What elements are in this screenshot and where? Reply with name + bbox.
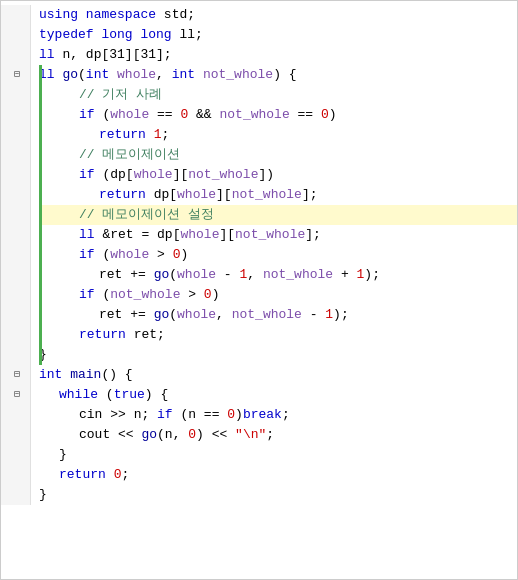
line-number xyxy=(5,305,26,325)
diff-green-indicator xyxy=(39,305,42,325)
line-number xyxy=(5,85,26,105)
token-param: whole xyxy=(180,225,219,245)
token-var: std; xyxy=(164,5,195,25)
token-op xyxy=(146,185,154,205)
token-op: , xyxy=(173,425,189,445)
token-kw: typedef xyxy=(39,25,94,45)
line-number: ⊟ xyxy=(5,65,26,85)
indent-space xyxy=(39,105,79,125)
token-num: 0 xyxy=(204,285,212,305)
token-var: ][ xyxy=(219,225,235,245)
code-line: return dp[whole][not_whole]; xyxy=(39,185,517,205)
code-line: cin >> n; if (n == 0)break; xyxy=(39,405,517,425)
token-op: ( xyxy=(169,305,177,325)
code-line: if (dp[whole][not_whole]) xyxy=(39,165,517,185)
token-fn: go xyxy=(141,425,157,445)
token-var: ret xyxy=(110,225,133,245)
token-op xyxy=(62,365,70,385)
token-num: 0 xyxy=(114,465,122,485)
token-kw: break xyxy=(243,405,282,425)
token-op: ); xyxy=(333,305,349,325)
token-fn: go xyxy=(62,65,78,85)
code-line: ret += go(whole - 1, not_whole + 1); xyxy=(39,265,517,285)
line-numbers: ⊟⊟⊟ xyxy=(1,5,31,505)
token-op: ( xyxy=(173,405,189,425)
indent-space xyxy=(39,125,99,145)
line-number xyxy=(5,185,26,205)
token-var: cin xyxy=(79,405,102,425)
token-op: == xyxy=(290,105,321,125)
token-var: n xyxy=(165,425,173,445)
indent-space xyxy=(39,425,79,445)
indent-space xyxy=(39,225,79,245)
token-op: & xyxy=(95,225,111,245)
token-op: ) { xyxy=(273,65,296,85)
code-line: ll go(int whole, int not_whole) { xyxy=(39,65,517,85)
code-editor: ⊟⊟⊟ using namespace std;typedef long lon… xyxy=(0,0,518,580)
indent-space xyxy=(39,305,99,325)
token-op: > xyxy=(180,285,203,305)
token-num: 1 xyxy=(357,265,365,285)
token-var: dp[ xyxy=(110,165,133,185)
line-number xyxy=(5,105,26,125)
token-num: 0 xyxy=(173,245,181,265)
token-var: ll; xyxy=(179,25,202,45)
token-num: 0 xyxy=(227,405,235,425)
token-comment: // 메모이제이션 설정 xyxy=(79,205,214,225)
indent-space xyxy=(39,405,79,425)
token-op: >> xyxy=(102,405,133,425)
token-op xyxy=(106,465,114,485)
diff-green-indicator xyxy=(39,105,42,125)
token-op: ( xyxy=(78,65,86,85)
diff-green-indicator xyxy=(39,145,42,165)
code-line: } xyxy=(39,485,517,505)
fold-collapse-icon[interactable]: ⊟ xyxy=(14,387,20,403)
token-var: ret xyxy=(99,265,122,285)
line-number xyxy=(5,345,26,365)
line-number xyxy=(5,125,26,145)
fold-collapse-icon[interactable]: ⊟ xyxy=(14,367,20,383)
token-param: whole xyxy=(134,165,173,185)
token-kw: return xyxy=(79,325,126,345)
line-number xyxy=(5,285,26,305)
token-type: ll xyxy=(79,225,95,245)
indent-space xyxy=(39,185,99,205)
diff-green-indicator xyxy=(39,325,42,345)
fold-collapse-icon[interactable]: ⊟ xyxy=(14,67,20,83)
token-param: not_whole xyxy=(263,265,333,285)
token-op: ; xyxy=(266,425,274,445)
token-kw: long xyxy=(101,25,132,45)
token-op: ( xyxy=(95,165,111,185)
code-line: // 메모이제이션 설정 xyxy=(39,205,517,225)
token-op: += xyxy=(122,305,153,325)
token-param: whole xyxy=(177,185,216,205)
token-kw: return xyxy=(99,185,146,205)
code-line: // 기저 사례 xyxy=(39,85,517,105)
indent-space xyxy=(39,145,79,165)
token-op: ; xyxy=(282,405,290,425)
token-comment: // 기저 사례 xyxy=(79,85,162,105)
token-op xyxy=(146,125,154,145)
diff-green-indicator xyxy=(39,225,42,245)
token-op: - xyxy=(302,305,325,325)
diff-green-indicator xyxy=(39,165,42,185)
code-area: ⊟⊟⊟ using namespace std;typedef long lon… xyxy=(1,1,517,509)
token-op xyxy=(133,25,141,45)
token-param: not_whole xyxy=(232,305,302,325)
token-op: ( xyxy=(95,105,111,125)
token-op xyxy=(94,25,102,45)
token-num: 0 xyxy=(188,425,196,445)
token-param: not_whole xyxy=(219,105,289,125)
token-op: ) { xyxy=(145,385,168,405)
token-kw: namespace xyxy=(86,5,156,25)
token-param: not_whole xyxy=(188,165,258,185)
token-op xyxy=(109,65,117,85)
token-op: ; xyxy=(121,465,129,485)
token-var: ]; xyxy=(305,225,321,245)
token-var: n, dp[31][31]; xyxy=(62,45,171,65)
indent-space xyxy=(39,165,79,185)
token-op: , xyxy=(156,65,172,85)
token-op: ( xyxy=(157,425,165,445)
token-op xyxy=(78,5,86,25)
code-line: while (true) { xyxy=(39,385,517,405)
